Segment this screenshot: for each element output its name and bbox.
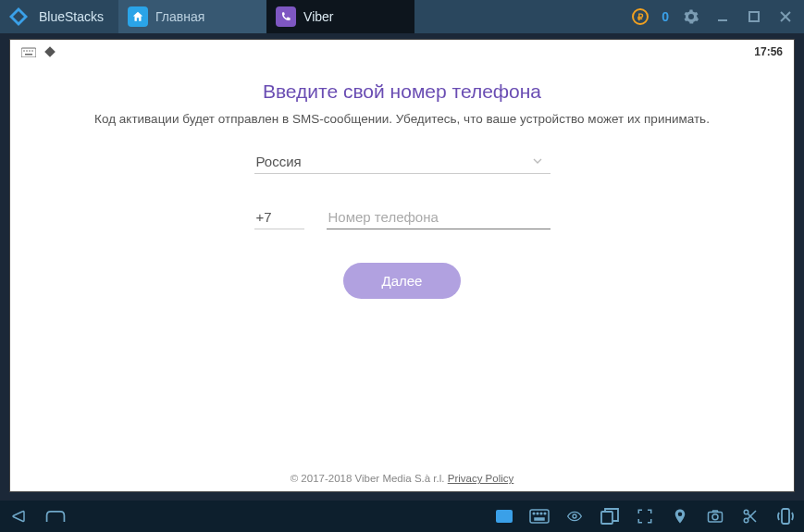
svg-point-9	[29, 50, 31, 52]
fullscreen-icon[interactable]	[634, 505, 656, 527]
svg-point-10	[31, 50, 33, 52]
status-time: 17:56	[754, 45, 783, 58]
keyboard-indicator-icon	[21, 46, 36, 57]
coin-count: 0	[662, 9, 669, 24]
privacy-policy-link[interactable]: Privacy Policy	[448, 473, 514, 484]
bluestacks-small-icon	[43, 45, 56, 58]
maximize-button[interactable]	[745, 7, 763, 26]
svg-point-15	[537, 513, 538, 514]
svg-point-8	[26, 50, 28, 52]
page-subtitle: Код активации будет отправлен в SMS-сооб…	[47, 112, 757, 126]
keyboard-toggle-icon[interactable]	[493, 505, 515, 527]
svg-point-17	[544, 513, 546, 514]
tab-strip: Главная Viber	[118, 0, 414, 33]
tab-viber[interactable]: Viber	[266, 0, 414, 33]
phone-number-input[interactable]	[327, 205, 550, 229]
chevron-down-icon	[530, 154, 545, 168]
svg-point-14	[533, 513, 535, 514]
multiwindow-icon[interactable]	[599, 505, 621, 527]
camera-icon[interactable]	[704, 505, 726, 527]
close-button[interactable]	[776, 7, 795, 26]
svg-point-16	[540, 513, 542, 514]
viber-icon	[276, 6, 296, 27]
svg-point-19	[573, 514, 576, 518]
svg-rect-6	[21, 48, 36, 57]
settings-icon[interactable]	[682, 7, 700, 26]
svg-marker-12	[44, 46, 56, 57]
svg-point-7	[23, 50, 25, 52]
next-button[interactable]: Далее	[343, 263, 462, 299]
svg-rect-13	[530, 510, 549, 523]
shake-icon[interactable]	[774, 505, 797, 527]
viber-setup-screen: Введите свой номер телефона Код активаци…	[10, 64, 794, 299]
phone-row: +7	[254, 205, 550, 229]
home-icon	[128, 6, 148, 27]
svg-rect-3	[749, 12, 759, 21]
android-navbar	[0, 501, 804, 532]
svg-point-22	[712, 514, 718, 520]
country-code-input[interactable]: +7	[254, 205, 304, 229]
svg-rect-27	[782, 509, 789, 524]
tab-label: Viber	[303, 9, 333, 24]
home-nav-icon[interactable]	[44, 505, 67, 527]
bluestacks-logo-icon	[4, 2, 33, 31]
scissors-icon[interactable]	[739, 505, 761, 527]
svg-rect-11	[25, 54, 32, 56]
titlebar-controls: ₽ 0	[632, 7, 804, 26]
keyboard-icon[interactable]	[528, 505, 550, 527]
svg-rect-18	[535, 518, 544, 520]
minimize-button[interactable]	[713, 7, 732, 26]
footer: © 2017-2018 Viber Media S.à r.l. Privacy…	[10, 473, 794, 484]
coin-icon[interactable]: ₽	[632, 8, 649, 25]
tab-home[interactable]: Главная	[118, 0, 266, 33]
svg-point-23	[744, 510, 748, 514]
country-selector[interactable]: Россия	[254, 150, 550, 174]
eye-icon[interactable]	[563, 505, 586, 527]
app-name: BlueStacks	[39, 9, 104, 24]
titlebar: BlueStacks Главная Viber ₽ 0	[0, 0, 804, 33]
android-statusbar: 17:56	[10, 40, 794, 64]
back-icon[interactable]	[7, 505, 30, 527]
location-icon[interactable]	[669, 505, 691, 527]
page-title: Введите свой номер телефона	[47, 80, 757, 103]
tab-label: Главная	[155, 9, 204, 24]
svg-point-24	[744, 518, 748, 523]
app-viewport: 17:56 Введите свой номер телефона Код ак…	[9, 39, 795, 492]
copyright-text: © 2017-2018 Viber Media S.à r.l.	[291, 473, 448, 484]
country-value: Россия	[254, 150, 550, 174]
svg-rect-20	[601, 512, 612, 524]
